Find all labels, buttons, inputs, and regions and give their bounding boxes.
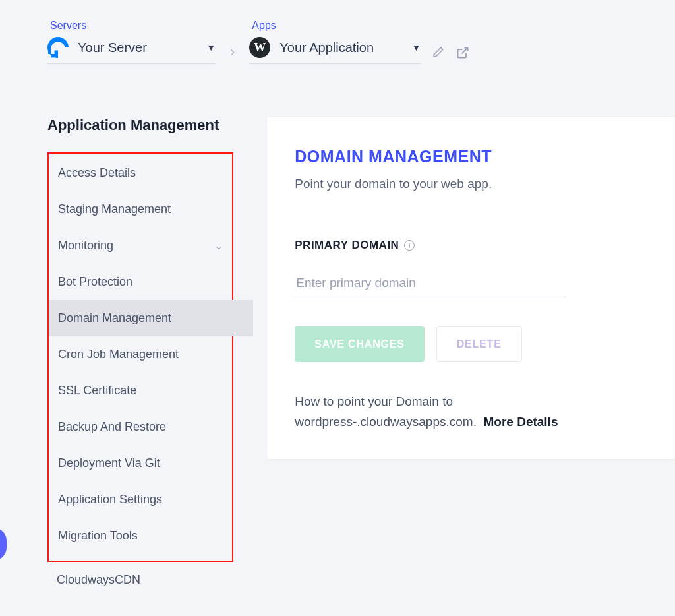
more-details-link[interactable]: More Details: [483, 415, 558, 429]
sidebar-title: Application Management: [47, 117, 245, 134]
page-subtitle: Point your domain to your web app.: [295, 177, 647, 191]
server-selector[interactable]: Your Server ▼: [47, 34, 216, 64]
digitalocean-icon: [47, 37, 69, 58]
sidebar-item-migration-tools[interactable]: Migration Tools: [49, 518, 232, 554]
sidebar-item-access-details[interactable]: Access Details: [49, 155, 232, 191]
svg-rect-0: [51, 54, 54, 57]
caret-down-icon: ▼: [206, 42, 216, 53]
page-title: DOMAIN MANAGEMENT: [295, 147, 647, 166]
app-selector[interactable]: W Your Application ▼: [249, 34, 421, 64]
apps-label: Apps: [249, 20, 421, 32]
sidebar-highlight-box: Access Details Staging Management Monito…: [47, 152, 233, 562]
save-button[interactable]: SAVE CHANGES: [295, 326, 424, 362]
wordpress-icon: W: [249, 37, 270, 58]
server-crumb: Servers Your Server ▼: [47, 20, 216, 64]
breadcrumb: Servers Your Server ▼ › Apps W Your Appl…: [0, 0, 675, 64]
edit-icon[interactable]: [432, 46, 444, 63]
chevron-down-icon: ⌄: [214, 239, 223, 252]
sidebar-item-domain-management[interactable]: Domain Management: [49, 300, 253, 336]
button-row: SAVE CHANGES DELETE: [295, 326, 647, 362]
sidebar-item-backup-and-restore[interactable]: Backup And Restore: [49, 409, 232, 445]
external-link-icon[interactable]: [456, 46, 469, 63]
chevron-right-icon: ›: [216, 20, 249, 61]
sidebar-item-bot-protection[interactable]: Bot Protection: [49, 264, 232, 300]
svg-rect-1: [48, 51, 51, 54]
main-card: DOMAIN MANAGEMENT Point your domain to y…: [267, 117, 675, 459]
sidebar-item-ssl-certificate[interactable]: SSL Certificate: [49, 373, 232, 409]
caret-down-icon: ▼: [411, 42, 421, 53]
app-name: Your Application: [279, 40, 403, 55]
sidebar-item-application-settings[interactable]: Application Settings: [49, 481, 232, 518]
sidebar: Application Management Access Details St…: [47, 117, 245, 598]
help-text: How to point your Domain to wordpress-.c…: [295, 391, 647, 433]
delete-button[interactable]: DELETE: [436, 326, 522, 362]
sidebar-item-cron-job-management[interactable]: Cron Job Management: [49, 336, 232, 373]
servers-label: Servers: [47, 20, 216, 32]
sidebar-item-cloudwayscdn[interactable]: CloudwaysCDN: [47, 562, 245, 598]
sidebar-item-monitoring[interactable]: Monitoring⌄: [49, 228, 232, 264]
app-actions: [421, 20, 469, 63]
app-crumb: Apps W Your Application ▼: [249, 20, 421, 64]
svg-line-2: [462, 48, 468, 54]
primary-domain-input[interactable]: [295, 272, 565, 297]
primary-domain-label: PRIMARY DOMAIN i: [295, 239, 647, 252]
sidebar-item-deployment-via-git[interactable]: Deployment Via Git: [49, 445, 232, 481]
server-name: Your Server: [78, 40, 198, 55]
info-icon[interactable]: i: [404, 240, 415, 251]
sidebar-item-staging-management[interactable]: Staging Management: [49, 191, 232, 228]
